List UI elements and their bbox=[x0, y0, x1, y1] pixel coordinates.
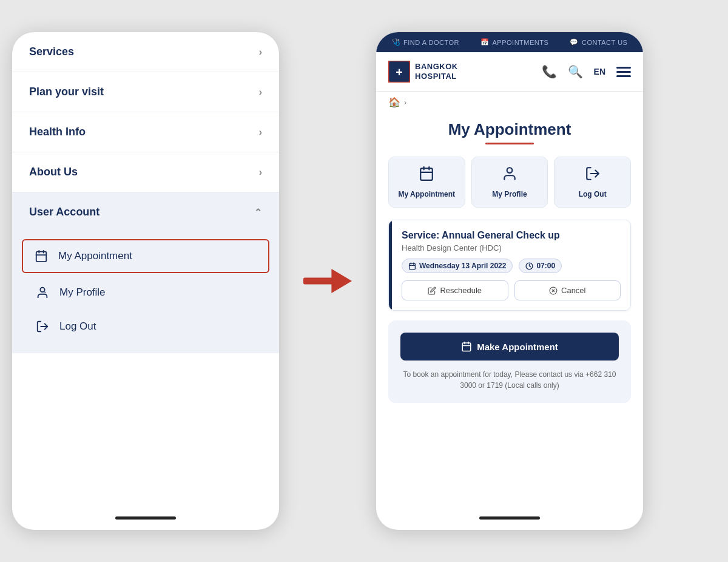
right-content: My Appointment My Appointment bbox=[376, 113, 643, 510]
breadcrumb-separator: › bbox=[404, 98, 406, 107]
tab-user-icon bbox=[502, 166, 517, 185]
make-appt-calendar-icon bbox=[461, 341, 472, 352]
svg-text:+: + bbox=[396, 66, 403, 79]
submenu-user: My Appointment My Profile bbox=[12, 232, 279, 353]
home-indicator-left bbox=[115, 516, 176, 520]
menu-label-services: Services bbox=[29, 46, 74, 58]
svg-point-15 bbox=[507, 168, 513, 173]
top-bar-appointments[interactable]: 📅 APPOINTMENTS bbox=[480, 38, 548, 46]
phone-icon[interactable]: 📞 bbox=[542, 64, 557, 79]
menu-item-plan[interactable]: Plan your visit › bbox=[12, 72, 279, 112]
tab-my-appointment-label: My Appointment bbox=[399, 190, 456, 198]
search-icon[interactable]: 🔍 bbox=[568, 64, 583, 79]
bangkok-hospital-logo: + bbox=[388, 61, 410, 83]
svg-point-4 bbox=[40, 288, 44, 292]
cancel-icon bbox=[549, 286, 558, 295]
find-doctor-label: FIND A DOCTOR bbox=[403, 39, 459, 46]
header-icons: 📞 🔍 EN bbox=[542, 64, 631, 79]
appt-service: Service: Annual General Check up bbox=[402, 230, 621, 241]
submenu-label-my-appointment: My Appointment bbox=[58, 250, 132, 262]
menu-label-plan: Plan your visit bbox=[29, 86, 104, 98]
right-home-bar bbox=[376, 510, 643, 530]
submenu-item-my-profile[interactable]: My Profile bbox=[12, 276, 279, 310]
menu-item-services[interactable]: Services › bbox=[12, 32, 279, 72]
chevron-icon-user: ⌄ bbox=[254, 206, 262, 218]
make-appointment-label: Make Appointment bbox=[477, 342, 558, 352]
tab-my-appointment[interactable]: My Appointment bbox=[388, 157, 465, 208]
menu-list: Services › Plan your visit › Health Info… bbox=[12, 32, 279, 510]
svg-rect-25 bbox=[462, 343, 471, 351]
appointments-label: APPOINTMENTS bbox=[493, 39, 549, 46]
submenu-label-my-profile: My Profile bbox=[59, 286, 106, 299]
hamburger-menu[interactable] bbox=[616, 67, 631, 77]
menu-item-health[interactable]: Health Info › bbox=[12, 112, 279, 152]
svg-rect-0 bbox=[36, 252, 47, 262]
menu-label-user: User Account bbox=[29, 206, 99, 218]
left-phone: Services › Plan your visit › Health Info… bbox=[12, 32, 279, 530]
reschedule-button[interactable]: Reschedule bbox=[402, 280, 508, 300]
header: + BANGKOK HOSPITAL 📞 🔍 EN bbox=[376, 52, 643, 92]
calendar-top-icon: 📅 bbox=[480, 38, 490, 46]
top-bar-contact[interactable]: 💬 CONTACT US bbox=[570, 38, 627, 46]
cancel-button[interactable]: Cancel bbox=[514, 280, 621, 300]
tab-my-profile-label: My Profile bbox=[492, 190, 527, 198]
appt-location: Health Design Center (HDC) bbox=[402, 243, 621, 252]
page-container: Services › Plan your visit › Health Info… bbox=[12, 32, 716, 530]
submenu-label-log-out: Log Out bbox=[59, 320, 96, 333]
appt-date-icon bbox=[408, 262, 416, 270]
reschedule-label: Reschedule bbox=[440, 286, 482, 295]
stethoscope-icon: 🩺 bbox=[392, 38, 401, 46]
left-home-bar bbox=[12, 510, 279, 530]
breadcrumb: 🏠 › bbox=[376, 92, 643, 113]
logo-area: + BANGKOK HOSPITAL bbox=[388, 61, 458, 83]
home-indicator-right bbox=[479, 516, 540, 520]
arrow-container bbox=[303, 266, 352, 296]
user-icon bbox=[34, 284, 51, 301]
page-title: My Appointment bbox=[388, 120, 631, 139]
appt-date-badge: Wednesday 13 April 2022 bbox=[402, 259, 513, 273]
menu-item-user[interactable]: User Account ⌄ bbox=[12, 192, 279, 232]
svg-rect-6 bbox=[303, 277, 334, 284]
left-screen: Services › Plan your visit › Health Info… bbox=[12, 32, 279, 510]
make-appointment-button[interactable]: Make Appointment bbox=[400, 333, 619, 361]
cancel-label: Cancel bbox=[561, 286, 585, 295]
appt-clock-icon bbox=[525, 262, 533, 270]
tab-my-profile[interactable]: My Profile bbox=[471, 157, 548, 208]
submenu-item-my-appointment[interactable]: My Appointment bbox=[22, 239, 269, 273]
appt-card-inner: Service: Annual General Check up Health … bbox=[389, 220, 630, 310]
tab-log-out-label: Log Out bbox=[579, 190, 607, 198]
tab-logout-icon bbox=[585, 166, 601, 185]
reschedule-icon bbox=[428, 286, 436, 295]
calendar-icon bbox=[33, 248, 50, 265]
chevron-icon-plan: › bbox=[259, 87, 262, 98]
top-bar-find-doctor[interactable]: 🩺 FIND A DOCTOR bbox=[392, 38, 459, 46]
appointment-card: Service: Annual General Check up Health … bbox=[388, 220, 631, 311]
appt-actions: Reschedule Cancel bbox=[402, 280, 621, 300]
tab-cards: My Appointment My Profile bbox=[388, 157, 631, 208]
top-bar: 🩺 FIND A DOCTOR 📅 APPOINTMENTS 💬 CONTACT… bbox=[376, 32, 643, 52]
submenu-item-log-out[interactable]: Log Out bbox=[12, 310, 279, 344]
make-appointment-note: To book an appointment for today, Please… bbox=[400, 369, 619, 391]
chevron-icon-services: › bbox=[259, 47, 262, 58]
right-phone: 🩺 FIND A DOCTOR 📅 APPOINTMENTS 💬 CONTACT… bbox=[376, 32, 643, 530]
svg-marker-7 bbox=[331, 269, 352, 293]
menu-item-about[interactable]: About Us › bbox=[12, 152, 279, 192]
appt-datetime: Wednesday 13 April 2022 07:00 bbox=[402, 259, 621, 273]
svg-rect-11 bbox=[421, 168, 433, 180]
chevron-icon-health: › bbox=[259, 127, 262, 138]
appt-date-text: Wednesday 13 April 2022 bbox=[419, 262, 506, 270]
menu-label-health: Health Info bbox=[29, 126, 86, 138]
tab-calendar-icon bbox=[419, 166, 434, 185]
chat-icon: 💬 bbox=[570, 38, 579, 46]
language-selector[interactable]: EN bbox=[594, 67, 605, 76]
logout-icon bbox=[34, 318, 51, 335]
svg-rect-17 bbox=[410, 263, 416, 269]
title-underline bbox=[485, 143, 534, 144]
appt-time-text: 07:00 bbox=[536, 262, 555, 270]
appt-time-badge: 07:00 bbox=[519, 259, 562, 273]
menu-label-about: About Us bbox=[29, 166, 78, 178]
tab-log-out[interactable]: Log Out bbox=[554, 157, 631, 208]
home-icon[interactable]: 🏠 bbox=[388, 96, 400, 108]
make-appointment-box: Make Appointment To book an appointment … bbox=[388, 320, 631, 403]
logo-text: BANGKOK HOSPITAL bbox=[415, 62, 458, 81]
